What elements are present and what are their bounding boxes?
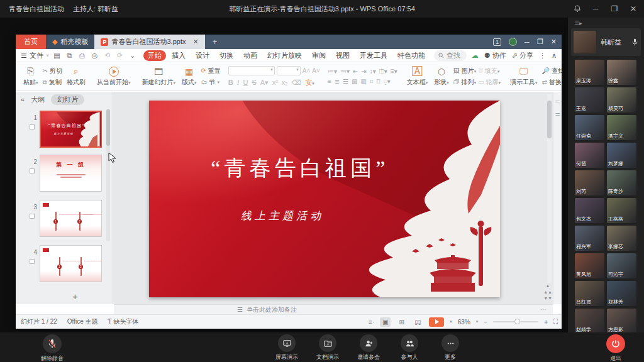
menu-item[interactable]: 审阅 [308, 50, 330, 61]
participant-tile[interactable]: 王嘉 [575, 87, 604, 112]
menu-item[interactable]: 视图 [331, 50, 354, 61]
font-name-select[interactable] [228, 66, 275, 75]
object-properties-icon[interactable]: ⚌ [555, 111, 560, 117]
missing-font-warning[interactable]: Ƭ 缺失字体 [108, 317, 139, 326]
main-scrollbar[interactable] [547, 94, 552, 283]
play-from-current-button[interactable]: 从当前开始▾ [95, 66, 133, 87]
text-tools-button[interactable]: 安▾ [305, 78, 314, 87]
new-slide-button[interactable]: 🗔新建幻灯片▾ [140, 66, 177, 87]
align-tools[interactable]: ≡≣☰▤▥⌗⌼⍜▾ [328, 78, 397, 85]
zoom-slider[interactable] [493, 321, 538, 322]
participant-tile[interactable]: 吕红霞 [575, 281, 604, 306]
tab-document[interactable]: P青春告白祖国活动3.pptx✕ [94, 35, 204, 49]
more-button[interactable]: 更多 [433, 334, 468, 361]
participant-tile[interactable]: 程兴军 [575, 226, 604, 251]
theme-name[interactable]: Office 主题 [67, 317, 98, 326]
menu-item[interactable]: 动画 [239, 50, 262, 61]
participant-tile[interactable]: 李娜芯 [607, 226, 636, 251]
slide-thumbnail-2[interactable]: 第 一 组 [40, 155, 102, 192]
format-painter-button[interactable]: ⌕格式刷 [65, 65, 87, 87]
notes-bar[interactable]: ☰单击此处添加备注 ⋯ [114, 304, 553, 314]
wps-close-button[interactable]: ✕ [551, 38, 557, 46]
participant-tile[interactable]: 郑林芳 [607, 281, 636, 306]
slide-canvas[interactable]: “青春告白祖国” 线上主题活动 [149, 101, 500, 297]
wps-minimize-button[interactable]: ─ [525, 38, 530, 46]
copy-button[interactable]: ⧉复制 [43, 78, 62, 87]
subscript-button[interactable]: x₂ [282, 79, 288, 86]
menu-item[interactable]: 开始 [143, 50, 166, 61]
invite-button[interactable]: 邀请参会 [351, 334, 386, 361]
window-maximize-button[interactable]: ❐ [610, 4, 619, 13]
slide-sorter-button[interactable]: ⊞ [396, 317, 407, 327]
strikethrough-button[interactable]: S [252, 79, 256, 86]
cut-button[interactable]: ✂剪切 [43, 67, 62, 75]
slide-thumbnail-4[interactable]: 1 2 ▪▪▪▪▪▪▪▪▪▪▪▪▪▪▪▪▪▪ ▪▪▪▪▪▪▪▪▪▪▪▪▪▪▪▪▪… [40, 245, 102, 282]
italic-button[interactable]: I [237, 79, 240, 86]
search-box[interactable]: 查找 [434, 50, 467, 61]
exit-meeting-button[interactable]: 退出 [601, 334, 630, 362]
window-close-button[interactable]: ✕ [629, 4, 638, 13]
superscript-button[interactable]: x² [272, 79, 278, 86]
undo-icon[interactable]: ⟲ [103, 52, 111, 60]
menu-item[interactable]: 幻灯片放映 [263, 50, 306, 61]
export-icon[interactable]: ⧉ [65, 52, 74, 60]
menu-item[interactable]: 切换 [215, 50, 238, 61]
picture-button[interactable]: 🖽 图片▾ [453, 67, 476, 75]
window-minimize-button[interactable]: ─ [591, 4, 600, 13]
text-box-button[interactable]: 🄰文本框▾ [405, 65, 430, 87]
doc-count-badge[interactable]: 1 [493, 38, 501, 46]
reset-button[interactable]: ⟳重置 [201, 67, 220, 75]
play-options-caret[interactable]: ▾ [450, 319, 452, 324]
zoom-slider-knob[interactable] [514, 319, 520, 324]
menu-item[interactable]: 插入 [167, 50, 190, 61]
participant-tile[interactable]: 徐鑫 [607, 60, 636, 85]
fill-button[interactable]: ⛆ 填充▾ [478, 67, 499, 75]
arrange-button[interactable]: 🗇 排列▾ [453, 78, 476, 87]
menu-item[interactable]: 开发工具 [355, 50, 392, 61]
participant-tile[interactable]: 康玉涛 [575, 60, 604, 85]
share-button[interactable]: ⬀ 分享 [512, 51, 533, 60]
doc-share-button[interactable]: 文档演示 [310, 334, 345, 361]
list-indent-tools[interactable]: ≔▾≕▾⇤⇥↕▾⎅▾⌸▾ [328, 68, 397, 75]
tab-close-icon[interactable]: ✕ [192, 38, 198, 46]
participant-tile[interactable]: 潘宇义 [607, 115, 636, 140]
cloud-sync-icon[interactable]: ☁ [472, 52, 479, 60]
pane-handle-icon[interactable]: ═ [555, 98, 559, 104]
presentation-tools-button[interactable]: 🖵演示工具▾ [508, 65, 540, 87]
reading-view-button[interactable]: 🕮 [413, 317, 423, 327]
collapse-panel-icon[interactable]: « [21, 96, 25, 103]
layout-toggle-icon[interactable]: ☰▸ [574, 20, 582, 26]
participant-tile[interactable]: 方思影 [607, 309, 636, 334]
notes-more-icon[interactable]: ⋯ [540, 306, 547, 313]
participants-button[interactable]: 参与人 [392, 334, 427, 361]
zoom-in-button[interactable]: + [544, 319, 548, 326]
tab-slides[interactable]: 幻灯片 [51, 94, 84, 105]
increase-font-icon[interactable]: A˄ [303, 67, 311, 74]
layout-button[interactable]: ▦版式▾ [180, 66, 199, 87]
account-avatar[interactable] [509, 38, 517, 46]
paste-button[interactable]: ⎘粘贴▾ [21, 65, 40, 87]
find-button[interactable]: 🔎查找 [541, 67, 562, 75]
participant-tile[interactable]: 司沁宇 [607, 253, 636, 278]
font-size-select[interactable] [277, 66, 301, 75]
unmute-button[interactable]: 解除静音 [30, 334, 74, 362]
clear-format-button[interactable]: ⌫ [292, 79, 302, 87]
fit-slide-button[interactable]: ⛶ [553, 318, 558, 326]
participant-tile[interactable]: 赵婧学 [575, 309, 604, 334]
print-icon[interactable]: ⎙ [78, 52, 86, 60]
decrease-font-icon[interactable]: A˅ [312, 67, 320, 74]
screen-share-button[interactable]: 屏幕演示 [269, 334, 304, 361]
participant-tile[interactable]: 何笛 [575, 143, 604, 168]
participant-tile[interactable]: 刘梦娜 [607, 143, 636, 168]
panel-scrollbar[interactable] [106, 109, 110, 241]
underline-button[interactable]: U [243, 79, 248, 86]
participant-tile[interactable]: 任崇斋 [575, 115, 604, 140]
participant-tile[interactable]: 杨昊巧 [607, 87, 636, 112]
bell-icon[interactable] [574, 5, 581, 13]
slide-thumbnail-1[interactable]: “青春告白祖国” 线上主题活动 [40, 111, 102, 148]
zoom-level[interactable]: 63% [458, 319, 470, 326]
slide-nav-buttons[interactable]: ▲▲▲▼▼ [543, 283, 552, 300]
participant-tile[interactable]: 黄凤旭 [575, 253, 604, 278]
participant-tile[interactable]: 陈奇沙 [607, 170, 636, 195]
new-tab-button[interactable]: + [205, 35, 225, 49]
